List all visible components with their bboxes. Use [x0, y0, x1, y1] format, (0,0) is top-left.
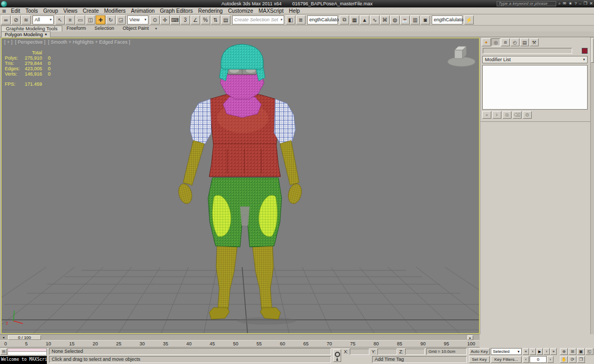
- next-key-button[interactable]: ›: [547, 356, 554, 363]
- set-key-button[interactable]: Set Key: [469, 356, 490, 363]
- helmet[interactable]: [221, 44, 263, 69]
- length-calculator-field[interactable]: engthCalulato: [307, 15, 338, 24]
- left-leg[interactable]: [216, 244, 237, 309]
- modifier-list-dropdown[interactable]: Modifier List ▾: [482, 56, 588, 63]
- viewport-general-menu[interactable]: [ + ]: [4, 39, 12, 45]
- motion-tab[interactable]: ◴: [510, 38, 519, 46]
- menu-item[interactable]: MAXScript: [256, 8, 286, 14]
- minimize-button[interactable]: –: [579, 0, 581, 7]
- bind-to-space-warp-icon[interactable]: ≋: [21, 15, 31, 24]
- select-object-icon[interactable]: ↖: [55, 15, 65, 24]
- menu-item[interactable]: Group: [40, 8, 61, 14]
- menu-item[interactable]: Customize: [225, 8, 255, 14]
- configure-modifier-sets-button[interactable]: ⚙: [523, 111, 532, 119]
- zoom-button[interactable]: ⊕: [560, 348, 568, 355]
- ribbon-tab[interactable]: Object Paint: [118, 26, 153, 31]
- right-forearm[interactable]: [280, 140, 299, 185]
- ribbon-tab[interactable]: Freeform: [62, 26, 90, 31]
- play-button[interactable]: ▶: [537, 348, 543, 355]
- time-slider[interactable]: ◂ 0 / 100 ▸: [0, 334, 480, 340]
- infocenter-search-input[interactable]: Type a keyword or phrase: [497, 1, 556, 6]
- previous-key-button[interactable]: ‹: [523, 356, 529, 363]
- viewport-canvas[interactable]: z: [2, 38, 479, 333]
- zoom-region-button[interactable]: ◱: [585, 348, 593, 355]
- menu-item[interactable]: Edit: [9, 8, 23, 14]
- x-coordinate-field[interactable]: [350, 349, 369, 355]
- spinner-snap-toggle-icon[interactable]: ⇅: [211, 15, 220, 24]
- right-leg[interactable]: [252, 244, 274, 309]
- perspective-viewport[interactable]: z [ + ] [ Perspective ] [ Smooth + Highl…: [1, 38, 480, 334]
- panel-scrollbar[interactable]: [590, 37, 594, 334]
- restore-button[interactable]: ❐: [583, 0, 587, 7]
- menu-item[interactable]: Create: [80, 8, 101, 14]
- reference-coordinate-system-dropdown[interactable]: View: [127, 15, 148, 24]
- create-tab[interactable]: ✦: [482, 38, 491, 46]
- select-and-move-icon[interactable]: ✚: [96, 15, 105, 24]
- menu-item[interactable]: Tools: [23, 8, 40, 14]
- polygon-modeling-panel[interactable]: Polygon Modeling ▾: [1, 31, 51, 37]
- manage-layers-icon[interactable]: ⧉: [340, 15, 349, 24]
- utilities-tab[interactable]: ⚒: [530, 38, 539, 46]
- selection-lock-toggle[interactable]: [333, 349, 341, 362]
- window-crossing-toggle-icon[interactable]: ◫: [86, 15, 95, 24]
- quicksilver-render-icon[interactable]: ⚡: [464, 15, 474, 24]
- rectangular-selection-region-icon[interactable]: ▭: [76, 15, 85, 24]
- select-and-link-icon[interactable]: ∞: [1, 15, 11, 24]
- selection-filter-dropdown[interactable]: All: [32, 15, 54, 24]
- modify-tab[interactable]: ◎: [491, 38, 500, 46]
- time-slider-handle[interactable]: 0 / 100: [8, 335, 41, 340]
- left-hand[interactable]: [177, 183, 194, 205]
- viewport-shading-menu[interactable]: [ Smooth + Highlights + Edged Faces ]: [48, 39, 130, 45]
- key-filter-scope-dropdown[interactable]: Selected: [491, 348, 522, 355]
- toggle-layer-explorer-icon[interactable]: ▦: [350, 15, 359, 24]
- time-slider-left-arrow-icon[interactable]: ◂: [1, 335, 6, 340]
- schematic-view-icon[interactable]: ⌘: [380, 15, 390, 24]
- app-logo-icon[interactable]: [1, 1, 7, 7]
- orbit-button[interactable]: ⟳: [568, 356, 576, 363]
- graphite-ribbon-toggle-icon[interactable]: ▲: [360, 15, 369, 24]
- zoom-all-button[interactable]: ⊞: [568, 348, 576, 355]
- go-to-start-button[interactable]: «: [523, 348, 529, 355]
- favorites-icon[interactable]: ★: [568, 0, 572, 7]
- shorts-crotch-panel[interactable]: [240, 206, 250, 226]
- display-tab[interactable]: ▤: [520, 38, 529, 46]
- maxscript-mini-listener-icon[interactable]: ▤: [1, 349, 7, 355]
- viewcube-home[interactable]: [448, 46, 475, 67]
- keyboard-shortcut-override-icon[interactable]: ⌨: [170, 15, 180, 24]
- previous-frame-button[interactable]: ‹: [530, 348, 536, 355]
- go-to-end-button[interactable]: »: [550, 348, 557, 355]
- zoom-extents-button[interactable]: ▣: [577, 348, 585, 355]
- add-time-tag[interactable]: Add Time Tag: [372, 356, 467, 363]
- right-hand[interactable]: [286, 183, 303, 205]
- key-filters-button[interactable]: Key Filters...: [491, 356, 522, 363]
- pin-stack-button[interactable]: ⌖: [482, 111, 491, 119]
- remove-modifier-button[interactable]: ⌫: [513, 111, 522, 119]
- viewport-pov-menu[interactable]: [ Perspective ]: [15, 39, 45, 45]
- communication-center-icon[interactable]: ✉: [563, 0, 566, 7]
- render-setup-icon[interactable]: ☕: [400, 15, 410, 24]
- hierarchy-tab[interactable]: ⧈: [501, 38, 510, 46]
- maxscript-listener[interactable]: Welcome to MAXScrip: [0, 356, 47, 364]
- material-editor-icon[interactable]: ◍: [390, 15, 400, 24]
- menu-item[interactable]: Animation: [128, 8, 157, 14]
- select-by-name-icon[interactable]: ≡: [65, 15, 75, 24]
- mirror-icon[interactable]: ◧: [286, 15, 295, 24]
- object-color-swatch[interactable]: [582, 48, 588, 54]
- maximize-viewport-button[interactable]: ❐: [577, 356, 585, 363]
- menu-item[interactable]: Graph Editors: [158, 8, 196, 14]
- right-sleeve[interactable]: [274, 99, 295, 144]
- left-foot[interactable]: [209, 308, 229, 319]
- menu-item[interactable]: Modifiers: [101, 8, 128, 14]
- menu-item[interactable]: Rendering: [195, 8, 225, 14]
- modifier-stack[interactable]: [482, 65, 588, 110]
- align-icon[interactable]: ≣: [296, 15, 306, 24]
- unlink-selection-icon[interactable]: ⊘: [11, 15, 21, 24]
- select-and-rotate-icon[interactable]: ↻: [106, 15, 116, 24]
- scrollbar-thumb[interactable]: [591, 38, 594, 63]
- auto-key-button[interactable]: Auto Key: [469, 348, 490, 355]
- listener-strip[interactable]: [7, 352, 47, 355]
- make-unique-button[interactable]: ⧉: [502, 111, 512, 119]
- left-forearm[interactable]: [183, 140, 204, 185]
- snaps-toggle-icon[interactable]: 3: [180, 15, 190, 24]
- character-model[interactable]: [177, 44, 303, 319]
